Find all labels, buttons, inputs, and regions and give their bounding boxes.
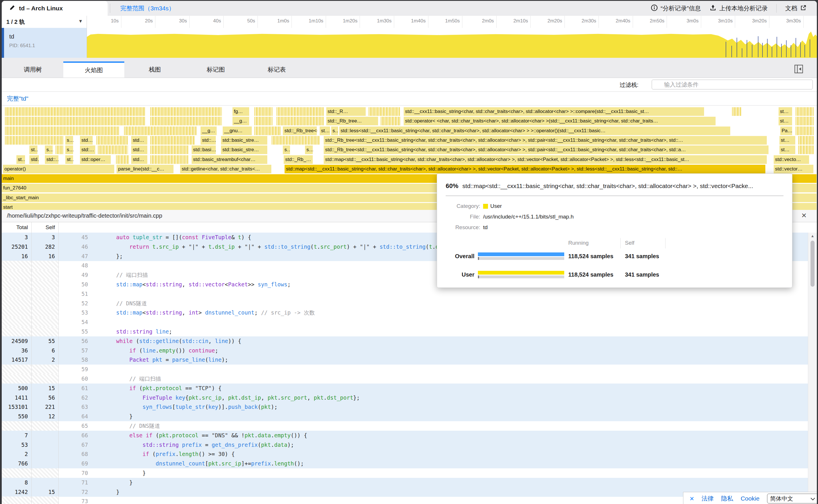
process-track-row: td PID: 6541.1 bbox=[2, 28, 817, 58]
flame-block[interactable]: std::basic_streambuf<char… bbox=[191, 155, 267, 164]
flame-block[interactable]: std… bbox=[131, 155, 147, 164]
line-total-count: 7 bbox=[2, 431, 32, 440]
flame-block[interactable]: fg… bbox=[233, 107, 250, 116]
flame-block[interactable]: s… bbox=[305, 145, 313, 154]
profile-info-button[interactable]: “分析记录”信息 bbox=[651, 4, 701, 13]
flame-block[interactable]: st… bbox=[779, 136, 796, 145]
language-select[interactable]: 简体中文 bbox=[767, 494, 817, 503]
profile-name-tab[interactable]: td – Arch Linux bbox=[2, 1, 108, 16]
tab-2[interactable]: 火焰图 bbox=[63, 62, 124, 78]
line-self-count: 282 bbox=[32, 242, 59, 252]
ruler-tick-line bbox=[667, 16, 667, 28]
line-number: 63 bbox=[59, 402, 93, 412]
filter-input[interactable] bbox=[652, 80, 813, 89]
flame-block[interactable]: operator() bbox=[3, 165, 114, 173]
flame-block[interactable]: __g… bbox=[233, 117, 250, 125]
line-number: 50 bbox=[59, 280, 93, 289]
flame-block[interactable]: std::vector… bbox=[774, 165, 814, 173]
line-total-count: 766 bbox=[2, 459, 32, 468]
line-number: 48 bbox=[59, 261, 93, 270]
flame-block[interactable]: __gnu… bbox=[223, 127, 252, 135]
close-icon[interactable]: × bbox=[801, 210, 807, 220]
line-total-count bbox=[2, 327, 32, 336]
line-self-count bbox=[32, 308, 59, 317]
full-range-button[interactable]: 完整范围（3m34s） bbox=[120, 1, 175, 16]
track-label-panel[interactable]: td PID: 6541.1 bbox=[2, 28, 87, 58]
ruler-tick-line bbox=[155, 16, 155, 28]
flame-block[interactable]: std… bbox=[131, 136, 147, 145]
edit-pencil-icon[interactable] bbox=[9, 5, 15, 12]
breadcrumb[interactable]: 完整"td" bbox=[7, 95, 28, 103]
line-self-count bbox=[32, 365, 59, 374]
upload-button[interactable]: 上传本地分析记录 bbox=[710, 4, 768, 13]
tab-4[interactable]: 标记图 bbox=[185, 62, 246, 78]
scrollbar-thumb[interactable] bbox=[811, 241, 815, 287]
tab-1[interactable]: 调用树 bbox=[2, 62, 63, 78]
flame-sliver-cluster bbox=[798, 136, 814, 145]
line-code: else if (pkt.protocol == "DNS" && !pkt.d… bbox=[93, 431, 817, 440]
flame-block[interactable]: std::_Rb_tree… bbox=[326, 117, 378, 125]
flame-block[interactable]: std::… bbox=[45, 155, 59, 164]
flame-block[interactable]: std… bbox=[29, 155, 39, 164]
flame-block[interactable]: std::_Rb_… bbox=[284, 155, 313, 164]
line-self-count bbox=[32, 459, 59, 468]
tab-5[interactable]: 标记表 bbox=[246, 62, 307, 78]
flame-block[interactable]: std::getline<char, std::char_traits<… bbox=[180, 165, 271, 173]
flame-block[interactable]: std::_Rb_tree<st… bbox=[283, 127, 317, 135]
tab-3[interactable]: 栈图 bbox=[124, 62, 185, 78]
flame-block[interactable]: s… bbox=[65, 136, 73, 145]
flame-block[interactable]: std::_Rb_tree<std::__cxx11::basic_string… bbox=[324, 145, 769, 154]
flame-block[interactable]: st… bbox=[779, 145, 796, 154]
flame-block[interactable]: st… bbox=[16, 155, 25, 164]
sidebar-collapse-icon[interactable] bbox=[794, 65, 803, 73]
flame-block[interactable]: __g… bbox=[200, 127, 217, 135]
source-line: 70 } bbox=[2, 468, 817, 478]
flame-block[interactable]: st… bbox=[779, 107, 792, 116]
flame-block[interactable]: s… bbox=[331, 127, 338, 135]
cookie-close-icon[interactable]: × bbox=[690, 495, 694, 502]
cpu-marker-line bbox=[781, 44, 782, 57]
line-number: 67 bbox=[59, 440, 93, 450]
flame-block[interactable]: st… bbox=[65, 155, 73, 164]
legal-link[interactable]: 法律 bbox=[702, 495, 714, 503]
flame-block[interactable]: std::basic_stre… bbox=[221, 136, 267, 145]
activity-graph[interactable] bbox=[87, 28, 817, 58]
flame-block[interactable]: std::oper… bbox=[80, 155, 111, 164]
flame-block[interactable]: std… bbox=[131, 145, 147, 154]
flame-block[interactable]: std::less<std::__cxx11::basic_string<cha… bbox=[339, 127, 731, 135]
flame-block[interactable]: std::operator< <char, std::char_traits<c… bbox=[404, 117, 716, 125]
scroll-up-icon[interactable]: ▲ bbox=[808, 234, 817, 238]
flame-block[interactable]: std::basic_stre… bbox=[221, 145, 267, 154]
line-number: 45 bbox=[59, 233, 93, 242]
flame-block[interactable]: std::map<std::__cxx11::basic_string<char… bbox=[324, 155, 767, 164]
scrollbar[interactable]: ▲ bbox=[808, 233, 817, 504]
flame-block[interactable]: st… bbox=[29, 145, 37, 154]
flame-block[interactable]: std::map<std::__cxx11::basic_string<char… bbox=[285, 165, 765, 173]
flame-block[interactable]: std::… bbox=[200, 136, 216, 145]
line-total-count: 14517 bbox=[2, 355, 32, 365]
cookie-link[interactable]: Cookie bbox=[741, 495, 759, 502]
docs-link[interactable]: 文档 bbox=[785, 4, 807, 12]
privacy-link[interactable]: 隐私 bbox=[721, 495, 733, 503]
flame-block[interactable]: std::vecto… bbox=[774, 155, 810, 164]
line-number: 49 bbox=[59, 270, 93, 280]
flame-block[interactable]: std… bbox=[80, 136, 93, 145]
flame-block[interactable]: std:… bbox=[80, 145, 95, 154]
upload-icon bbox=[710, 4, 717, 13]
flame-block[interactable]: s… bbox=[65, 145, 73, 154]
flame-block[interactable]: parse_line(std::__c… bbox=[116, 165, 173, 173]
flame-block[interactable]: st… bbox=[320, 127, 330, 135]
flame-block[interactable]: std::_Rb_tree<std::__cxx11::basic_string… bbox=[324, 136, 767, 145]
line-code: std::string line; bbox=[93, 327, 817, 336]
flame-block[interactable]: Pa… bbox=[780, 127, 792, 135]
track-selector[interactable]: 1 / 2 轨 ▼ bbox=[2, 16, 87, 28]
line-number: 60 bbox=[59, 374, 93, 384]
cpu-marker-line bbox=[731, 46, 732, 57]
flame-block[interactable]: std::basi… bbox=[191, 145, 216, 154]
flame-sliver-cluster bbox=[5, 107, 145, 116]
flame-block[interactable]: s… bbox=[45, 145, 53, 154]
flame-block[interactable]: st… bbox=[779, 117, 792, 125]
flame-block[interactable]: std::_R… bbox=[326, 107, 366, 116]
flame-block[interactable]: s… bbox=[283, 145, 290, 154]
flame-block[interactable]: std::__cxx11::basic_string<char, std::ch… bbox=[404, 107, 704, 116]
